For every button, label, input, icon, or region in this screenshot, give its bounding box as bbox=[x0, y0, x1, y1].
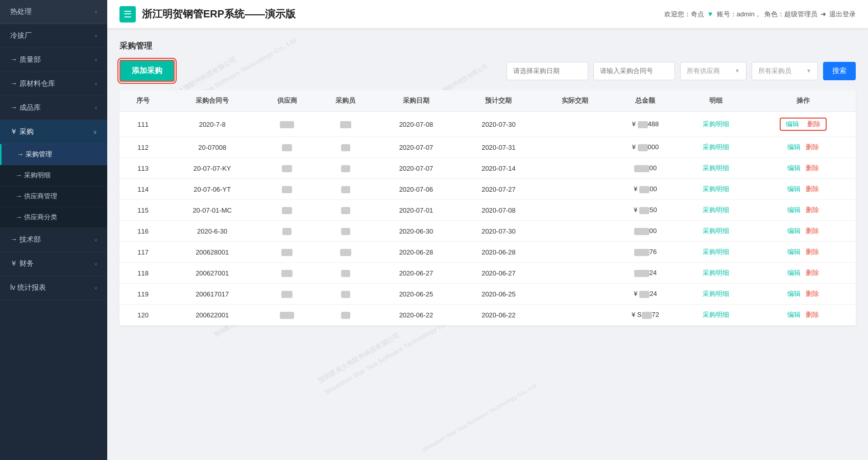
delete-link[interactable]: 删除 bbox=[806, 185, 819, 194]
buyer-blur bbox=[341, 165, 350, 172]
detail-link[interactable]: 采购明细 bbox=[703, 164, 729, 172]
cell-detail[interactable]: 采购明细 bbox=[681, 200, 751, 221]
sidebar-item-hot[interactable]: 热处理 ‹ bbox=[0, 0, 107, 24]
detail-link[interactable]: 采购明细 bbox=[703, 227, 729, 235]
col-action: 操作 bbox=[751, 90, 856, 112]
detail-link[interactable]: 采购明细 bbox=[703, 311, 729, 318]
sidebar-item-purchase-detail[interactable]: → 采购明细 bbox=[0, 165, 107, 186]
delete-link[interactable]: 删除 bbox=[806, 310, 819, 319]
cell-supplier bbox=[258, 221, 317, 242]
delete-link[interactable]: 删除 bbox=[806, 289, 819, 298]
search-button[interactable]: 搜索 bbox=[823, 62, 856, 80]
edit-link[interactable]: 编辑 bbox=[787, 226, 801, 236]
cell-supplier bbox=[258, 284, 317, 305]
buyer-blur bbox=[341, 312, 350, 319]
sidebar-item-finished[interactable]: → 成品库 ‹ bbox=[0, 96, 107, 120]
cell-id: 112 bbox=[119, 137, 166, 158]
cell-amount: 76 bbox=[610, 242, 681, 263]
delete-link[interactable]: 删除 bbox=[806, 164, 819, 173]
delete-link[interactable]: 删除 bbox=[806, 268, 819, 278]
detail-link[interactable]: 采购明细 bbox=[703, 248, 729, 256]
cell-detail[interactable]: 采购明细 bbox=[681, 179, 751, 200]
sidebar-item-tech[interactable]: → 技术部 ‹ bbox=[0, 228, 107, 252]
cell-amount: ¥ 488 bbox=[610, 112, 681, 137]
action-cell: 编辑 删除 bbox=[758, 289, 849, 298]
action-cell: 编辑 删除 bbox=[758, 310, 849, 319]
sidebar-item-purchase[interactable]: ￥ 采购 ∨ bbox=[0, 120, 107, 144]
sidebar-item-supplier-category[interactable]: → 供应商分类 bbox=[0, 207, 107, 228]
cell-actual-date bbox=[540, 179, 610, 200]
detail-link[interactable]: 采购明细 bbox=[703, 269, 729, 277]
logout-button[interactable]: 退出登录 bbox=[829, 10, 856, 19]
hamburger-icon: ☰ bbox=[124, 9, 132, 20]
buyer-blur bbox=[341, 186, 350, 193]
detail-link[interactable]: 采购明细 bbox=[703, 120, 729, 128]
supplier-select-label: 所有供应商 bbox=[687, 66, 720, 76]
edit-link[interactable]: 编辑 bbox=[787, 289, 801, 298]
cell-detail[interactable]: 采购明细 bbox=[681, 221, 751, 242]
cell-detail[interactable]: 采购明细 bbox=[681, 305, 751, 326]
edit-link[interactable]: 编辑 bbox=[787, 143, 801, 152]
cell-amount: 00 bbox=[610, 221, 681, 242]
cell-action: 编辑 删除 bbox=[751, 179, 856, 200]
delete-link[interactable]: 删除 bbox=[806, 205, 819, 215]
edit-link[interactable]: 编辑 bbox=[787, 310, 801, 319]
detail-link[interactable]: 采购明细 bbox=[703, 206, 729, 214]
action-highlight-box: 编辑 删除 bbox=[780, 118, 827, 131]
cell-detail[interactable]: 采购明细 bbox=[681, 242, 751, 263]
buyer-blur bbox=[341, 270, 350, 277]
col-purchase-date: 采购日期 bbox=[375, 90, 457, 112]
sidebar-item-finance[interactable]: ￥ 财务 ‹ bbox=[0, 252, 107, 276]
sidebar-item-cold[interactable]: 冷拔厂 ‹ bbox=[0, 24, 107, 48]
detail-link[interactable]: 采购明细 bbox=[703, 185, 729, 193]
cell-id: 111 bbox=[119, 112, 166, 137]
delete-link[interactable]: 删除 bbox=[806, 247, 819, 257]
table-row: 113 20-07-07-KY 2020-07-07 2020-07-14 00… bbox=[119, 158, 856, 179]
header: ☰ 浙江明贺钢管ERP系统——演示版 欢迎您：奇点 ▼ 账号：admin， 角色… bbox=[107, 0, 868, 29]
sidebar-item-quality[interactable]: → 质量部 ‹ bbox=[0, 48, 107, 72]
delete-link[interactable]: 删除 bbox=[806, 143, 819, 152]
cell-purchase-date: 2020-06-22 bbox=[375, 305, 457, 326]
detail-link[interactable]: 采购明细 bbox=[703, 143, 729, 151]
cell-detail[interactable]: 采购明细 bbox=[681, 112, 751, 137]
edit-link[interactable]: 编辑 bbox=[787, 164, 801, 173]
cell-detail[interactable]: 采购明细 bbox=[681, 137, 751, 158]
delete-link[interactable]: 删除 bbox=[806, 226, 819, 236]
edit-link[interactable]: 编辑 bbox=[787, 205, 801, 215]
cell-detail[interactable]: 采购明细 bbox=[681, 263, 751, 284]
username[interactable]: ▼ bbox=[707, 10, 714, 18]
action-cell: 编辑 删除 bbox=[758, 268, 849, 278]
cell-buyer bbox=[317, 158, 375, 179]
cell-supplier bbox=[258, 200, 317, 221]
sidebar-item-label: → 供应商分类 bbox=[15, 213, 57, 222]
cell-id: 115 bbox=[119, 200, 166, 221]
contract-input[interactable] bbox=[593, 62, 675, 80]
cell-expected-date: 2020-06-28 bbox=[457, 242, 540, 263]
cell-id: 114 bbox=[119, 179, 166, 200]
edit-link[interactable]: 编辑 bbox=[787, 185, 801, 194]
sidebar-item-supplier-manage[interactable]: → 供应商管理 bbox=[0, 186, 107, 207]
edit-link[interactable]: 编辑 bbox=[787, 268, 801, 278]
chevron-left-icon: ‹ bbox=[95, 105, 97, 111]
buyer-select[interactable]: 所有采购员 ▼ bbox=[752, 62, 818, 80]
cell-detail[interactable]: 采购明细 bbox=[681, 158, 751, 179]
cell-detail[interactable]: 采购明细 bbox=[681, 284, 751, 305]
table-row: 115 20-07-01-MC 2020-07-01 2020-07-08 ¥ … bbox=[119, 200, 856, 221]
sidebar-item-raw[interactable]: → 原材料仓库 ‹ bbox=[0, 72, 107, 96]
action-cell: 编辑 删除 bbox=[758, 164, 849, 173]
supplier-select[interactable]: 所有供应商 ▼ bbox=[680, 62, 746, 80]
edit-link[interactable]: 编辑 bbox=[787, 247, 801, 257]
date-input[interactable] bbox=[507, 62, 588, 80]
sidebar-item-stats[interactable]: lv 统计报表 ‹ bbox=[0, 276, 107, 300]
delete-link[interactable]: 删除 bbox=[807, 120, 821, 129]
add-purchase-button[interactable]: 添加采购 bbox=[119, 60, 175, 82]
cell-purchase-date: 2020-07-08 bbox=[375, 112, 457, 137]
sidebar-item-label: ￥ 财务 bbox=[10, 259, 34, 268]
sidebar-item-purchase-manage[interactable]: → 采购管理 bbox=[0, 144, 107, 165]
sidebar-item-label: → 技术部 bbox=[10, 235, 41, 244]
detail-link[interactable]: 采购明细 bbox=[703, 290, 729, 297]
cell-supplier bbox=[258, 158, 317, 179]
edit-link[interactable]: 编辑 bbox=[786, 120, 799, 129]
chevron-left-icon: ‹ bbox=[95, 33, 97, 39]
cell-contract: 20-07-06-YT bbox=[166, 179, 258, 200]
